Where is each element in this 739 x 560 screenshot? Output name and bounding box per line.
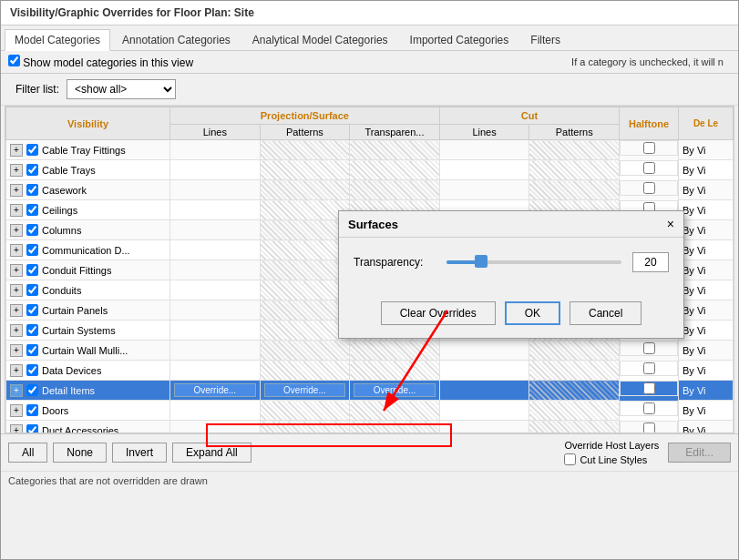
filter-select[interactable]: <show all> [67,79,176,99]
tab-imported-categories[interactable]: Imported Categories [400,29,519,50]
proj-patterns-cell [260,300,350,321]
visibility-cell: + Curtain Panels [6,300,170,321]
cut-lines-cell [439,401,529,421]
halftone-checkbox[interactable] [643,362,655,374]
row-checkbox[interactable] [26,404,38,416]
expand-button[interactable]: + [10,184,23,197]
show-model-checkbox[interactable] [8,55,20,66]
override-trans-button[interactable]: Override... [354,383,436,397]
expand-button[interactable]: + [10,364,23,377]
visibility-cell: + Curtain Systems [6,321,170,341]
row-checkbox[interactable] [26,364,38,376]
transparency-label: Transparency: [354,256,436,269]
cut-patterns-cell [529,421,620,434]
row-checkbox[interactable] [26,144,38,156]
toolbar-row: Show model categories in this view If a … [1,51,738,74]
override-lines-button[interactable]: Override... [174,383,256,397]
none-button[interactable]: None [53,443,107,463]
halftone-checkbox[interactable] [643,182,655,194]
proj-lines-cell [170,280,261,300]
row-checkbox[interactable] [26,344,38,356]
tab-annotation-categories[interactable]: Annotation Categories [112,29,241,50]
halftone-checkbox[interactable] [643,162,655,174]
cancel-button[interactable]: Cancel [570,301,641,325]
show-model-checkbox-label[interactable]: Show model categories in this view [8,55,193,69]
expand-button[interactable]: + [10,344,23,357]
expand-button[interactable]: + [10,304,23,317]
row-checkbox[interactable] [26,164,38,176]
tab-filters[interactable]: Filters [520,29,570,50]
proj-patterns-cell [260,240,350,260]
detail-items-row[interactable]: + Detail Items Override... Override... O… [6,381,734,401]
row-checkbox[interactable] [26,244,38,256]
expand-button[interactable]: + [10,324,23,337]
edit-button[interactable]: Edit... [668,443,731,463]
proj-trans-override[interactable]: Override... [350,381,440,401]
cut-lines-cell [439,341,529,361]
expand-button[interactable]: + [10,384,23,397]
expand-button[interactable]: + [10,244,23,257]
row-checkbox[interactable] [26,304,38,316]
halftone-checkbox[interactable] [643,402,655,414]
proj-lines-cell [170,321,261,341]
transparency-value-input[interactable] [632,252,669,272]
row-checkbox[interactable] [26,384,38,396]
proj-lines-cell [170,341,261,361]
halftone-checkbox[interactable] [643,142,655,154]
expand-button[interactable]: + [10,164,23,177]
invert-button[interactable]: Invert [112,443,167,463]
status-text: Categories that are not overridden are d… [8,475,208,486]
expand-button[interactable]: + [10,424,23,434]
visibility-cell: + Columns [6,220,170,240]
window-title: Visibility/Graphic Overrides for Floor P… [10,6,254,19]
tab-analytical-model[interactable]: Analytical Model Categories [242,29,398,50]
proj-patterns-cell [260,421,350,434]
halftone-cell [620,160,678,176]
expand-button[interactable]: + [10,204,23,217]
expand-button[interactable]: + [10,264,23,277]
expand-button[interactable]: + [10,224,23,237]
row-checkbox[interactable] [26,224,38,236]
clear-overrides-button[interactable]: Clear Overrides [381,301,496,325]
cut-lines-cell [439,421,529,434]
halftone-checkbox[interactable] [643,342,655,354]
expand-button[interactable]: + [10,284,23,297]
override-host-label: Override Host Layers [564,440,659,451]
cut-patterns-cell [529,140,620,160]
tab-model-categories[interactable]: Model Categories [5,29,110,51]
cut-patterns-cell [529,381,620,401]
expand-button[interactable]: + [10,144,23,157]
override-patterns-button[interactable]: Override... [264,383,346,397]
slider-thumb[interactable] [475,255,488,268]
cut-line-styles-label[interactable]: Cut Line Styles [564,453,659,465]
ok-button[interactable]: OK [505,301,560,325]
proj-lines-cell [170,160,261,180]
visibility-cell: + Cable Trays [6,160,170,180]
cut-line-styles-checkbox[interactable] [564,453,576,465]
row-checkbox[interactable] [26,184,38,196]
halftone-checkbox[interactable] [643,423,655,434]
halftone-cell [620,401,678,416]
row-checkbox[interactable] [26,284,38,296]
visibility-cell: + Doors [6,401,170,421]
row-checkbox[interactable] [26,424,38,433]
dialog-close-button[interactable]: × [667,217,674,231]
transparency-row: Transparency: [354,252,669,272]
row-checkbox[interactable] [26,324,38,336]
detail-cell: By Vi [679,260,734,280]
row-checkbox[interactable] [26,264,38,276]
tab-bar: Model Categories Annotation Categories A… [1,25,738,51]
all-button[interactable]: All [8,443,47,463]
halftone-checkbox[interactable] [643,382,655,394]
cut-lines-cell [439,180,529,200]
col-header-visibility: Visibility [6,107,170,140]
transparency-slider-container[interactable] [443,260,625,264]
row-checkbox[interactable] [26,204,38,216]
expand-all-button[interactable]: Expand All [172,443,251,463]
table-row: + Curtain Wall Mulli... By Vi [6,341,734,361]
expand-button[interactable]: + [10,404,23,417]
detail-cell: By Vi [679,200,734,220]
proj-trans-cell [350,341,440,361]
proj-lines-override[interactable]: Override... [170,381,261,401]
proj-patterns-override[interactable]: Override... [260,381,350,401]
